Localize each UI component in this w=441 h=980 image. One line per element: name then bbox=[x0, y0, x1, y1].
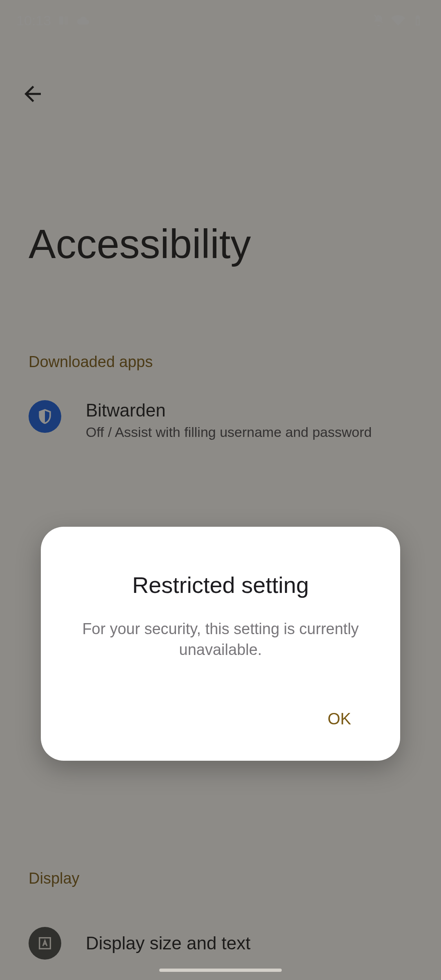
dialog-title: Restricted setting bbox=[65, 572, 376, 598]
ok-button[interactable]: OK bbox=[311, 702, 368, 736]
dialog-scrim[interactable] bbox=[0, 0, 441, 980]
gesture-nav-handle[interactable] bbox=[159, 969, 282, 972]
restricted-setting-dialog: Restricted setting For your security, th… bbox=[41, 527, 400, 761]
dialog-message: For your security, this setting is curre… bbox=[65, 619, 376, 661]
